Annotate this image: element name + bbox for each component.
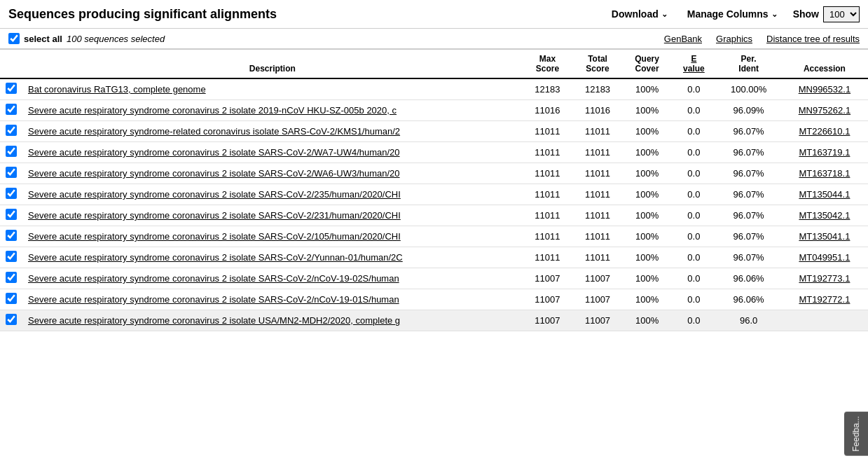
e-value-col-header: Evalue [671, 50, 716, 79]
query-cover-cell: 100% [623, 121, 672, 142]
query-cover-cell: 100% [623, 268, 672, 289]
description-cell: Severe acute respiratory syndrome corona… [22, 226, 523, 247]
select-all-area: select all 100 sequences selected [8, 33, 165, 44]
genbank-link[interactable]: GenBank [664, 34, 702, 44]
accession-link[interactable]: MT049951.1 [799, 252, 850, 263]
description-link[interactable]: Severe acute respiratory syndrome corona… [28, 168, 400, 179]
per-ident-cell: 100.00% [716, 78, 780, 100]
description-link[interactable]: Severe acute respiratory syndrome corona… [28, 273, 399, 284]
row-checkbox[interactable] [6, 83, 17, 94]
query-cover-cell: 100% [623, 100, 672, 121]
description-link[interactable]: Severe acute respiratory syndrome corona… [28, 252, 403, 263]
table-row: Severe acute respiratory syndrome corona… [0, 142, 868, 163]
row-checkbox[interactable] [6, 209, 17, 220]
description-link[interactable]: Severe acute respiratory syndrome corona… [28, 210, 401, 221]
max-score-cell: 11011 [523, 163, 573, 184]
accession-cell: MN975262.1 [781, 100, 868, 121]
accession-link[interactable]: MT163718.1 [799, 168, 850, 179]
e-value-cell: 0.0 [671, 100, 716, 121]
query-cover-cell: 100% [623, 310, 672, 331]
page-title: Sequences producing significant alignmen… [8, 7, 596, 22]
description-link[interactable]: Bat coronavirus RaTG13, complete genome [28, 84, 206, 95]
row-checkbox-cell [0, 205, 22, 226]
accession-link[interactable]: MT192772.1 [799, 294, 850, 305]
row-checkbox[interactable] [6, 314, 17, 325]
max-score-col-header: MaxScore [523, 50, 573, 79]
e-value-cell: 0.0 [671, 163, 716, 184]
accession-link[interactable]: MT192773.1 [799, 273, 850, 284]
per-ident-cell: 96.07% [716, 121, 780, 142]
per-ident-cell: 96.07% [716, 142, 780, 163]
accession-link[interactable]: MT163719.1 [799, 147, 850, 158]
accession-cell: MT192772.1 [781, 289, 868, 310]
accession-link[interactable]: MT135041.1 [799, 231, 850, 242]
description-cell: Severe acute respiratory syndrome corona… [22, 100, 523, 121]
accession-link[interactable]: MT226610.1 [799, 126, 850, 137]
table-row: Severe acute respiratory syndrome-relate… [0, 121, 868, 142]
description-link[interactable]: Severe acute respiratory syndrome corona… [28, 189, 401, 200]
query-cover-cell: 100% [623, 142, 672, 163]
show-select[interactable]: 100 50 20 [823, 6, 860, 22]
description-cell: Severe acute respiratory syndrome corona… [22, 184, 523, 205]
accession-col-header: Accession [781, 50, 868, 79]
table-row: Severe acute respiratory syndrome corona… [0, 100, 868, 121]
row-checkbox[interactable] [6, 188, 17, 199]
select-all-label: select all [24, 34, 62, 44]
max-score-cell: 11011 [523, 226, 573, 247]
total-score-cell: 11011 [572, 184, 623, 205]
row-checkbox-cell [0, 226, 22, 247]
per-ident-cell: 96.06% [716, 289, 780, 310]
accession-link[interactable]: MN996532.1 [799, 84, 850, 95]
distance-tree-link[interactable]: Distance tree of results [766, 34, 860, 44]
max-score-cell: 12183 [523, 78, 573, 100]
per-ident-cell: 96.09% [716, 100, 780, 121]
download-button[interactable]: Download ⌄ [607, 6, 672, 22]
description-cell: Severe acute respiratory syndrome corona… [22, 289, 523, 310]
query-cover-cell: 100% [623, 163, 672, 184]
table-row: Severe acute respiratory syndrome corona… [0, 226, 868, 247]
description-link[interactable]: Severe acute respiratory syndrome corona… [28, 231, 401, 242]
manage-columns-button[interactable]: Manage Columns ⌄ [683, 6, 782, 22]
row-checkbox[interactable] [6, 146, 17, 157]
total-score-col-header: TotalScore [572, 50, 623, 79]
description-cell: Severe acute respiratory syndrome corona… [22, 205, 523, 226]
table-row: Severe acute respiratory syndrome corona… [0, 247, 868, 268]
table-row: Severe acute respiratory syndrome corona… [0, 289, 868, 310]
e-value-cell: 0.0 [671, 310, 716, 331]
row-checkbox[interactable] [6, 104, 17, 115]
per-ident-cell: 96.07% [716, 247, 780, 268]
row-checkbox-cell [0, 268, 22, 289]
row-checkbox[interactable] [6, 293, 17, 304]
description-link[interactable]: Severe acute respiratory syndrome corona… [28, 105, 397, 116]
row-checkbox[interactable] [6, 251, 17, 262]
row-checkbox[interactable] [6, 167, 17, 178]
max-score-cell: 11011 [523, 184, 573, 205]
row-checkbox[interactable] [6, 272, 17, 283]
accession-link[interactable]: MN975262.1 [799, 105, 850, 116]
description-link[interactable]: Severe acute respiratory syndrome corona… [28, 147, 400, 158]
graphics-link[interactable]: Graphics [716, 34, 752, 44]
download-chevron-icon: ⌄ [661, 10, 668, 19]
accession-link[interactable]: MT135044.1 [799, 189, 850, 200]
description-cell: Severe acute respiratory syndrome corona… [22, 247, 523, 268]
description-link[interactable]: Severe acute respiratory syndrome corona… [28, 294, 399, 305]
query-cover-cell: 100% [623, 247, 672, 268]
row-checkbox[interactable] [6, 125, 17, 136]
row-checkbox-cell [0, 184, 22, 205]
per-ident-cell: 96.07% [716, 226, 780, 247]
e-value-cell: 0.0 [671, 78, 716, 100]
select-all-checkbox[interactable] [8, 33, 20, 44]
accession-cell: MT192773.1 [781, 268, 868, 289]
row-checkbox-cell [0, 142, 22, 163]
row-checkbox-cell [0, 78, 22, 100]
total-score-cell: 11011 [572, 142, 623, 163]
total-score-cell: 11007 [572, 268, 623, 289]
table-row: Severe acute respiratory syndrome corona… [0, 184, 868, 205]
description-link[interactable]: Severe acute respiratory syndrome corona… [28, 315, 400, 326]
total-score-cell: 11007 [572, 289, 623, 310]
description-link[interactable]: Severe acute respiratory syndrome-relate… [28, 126, 400, 137]
accession-link[interactable]: MT135042.1 [799, 210, 850, 221]
row-checkbox-cell [0, 289, 22, 310]
row-checkbox[interactable] [6, 230, 17, 241]
header-controls: Download ⌄ Manage Columns ⌄ Show 100 50 … [607, 6, 860, 22]
